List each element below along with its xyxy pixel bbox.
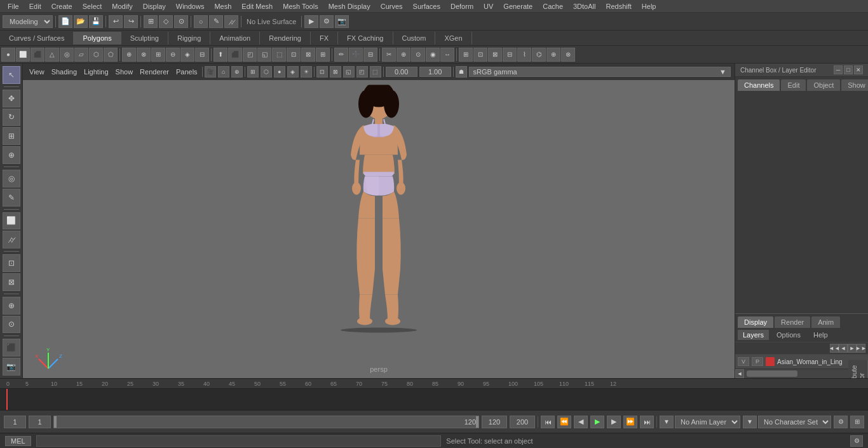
rect-select-tool-btn[interactable]: ⬜ — [3, 212, 20, 230]
tab-curves-surfaces[interactable]: Curves / Surfaces — [0, 32, 74, 44]
cb-tab-show[interactable]: Show — [841, 79, 868, 91]
menu-create[interactable]: Create — [46, 1, 78, 11]
cam-home-btn[interactable]: ⌂ — [218, 66, 229, 78]
camera-btn[interactable]: 📷 — [3, 358, 20, 376]
menu-file[interactable]: File — [3, 1, 24, 11]
menu-surfaces[interactable]: Surfaces — [408, 1, 445, 11]
frame-end2-input[interactable] — [510, 416, 535, 428]
wire-icon-btn[interactable]: ⌬ — [532, 48, 546, 62]
vp-menu-renderer[interactable]: Renderer — [137, 67, 172, 77]
menu-mesh-tools[interactable]: Mesh Tools — [278, 1, 323, 11]
tab-sculpting[interactable]: Sculpting — [121, 32, 168, 44]
scroll-thumb[interactable] — [747, 370, 797, 377]
layer-arrow-right2[interactable]: ►► — [857, 344, 865, 353]
menu-redshift[interactable]: Redshift — [600, 1, 636, 11]
mirror-icon-btn[interactable]: ⊟ — [195, 48, 209, 62]
render-tab[interactable]: Render — [775, 316, 810, 328]
display-tab[interactable]: Display — [738, 316, 773, 328]
quad-icon-btn[interactable]: ⊟ — [363, 48, 377, 62]
layer-arrow-left2[interactable]: ◄ — [839, 344, 848, 353]
anim-layer-chevron[interactable]: ▼ — [660, 416, 674, 428]
soft-mod-icon-btn[interactable]: ⊡ — [473, 48, 487, 62]
channel-box-close[interactable]: ✕ — [854, 65, 863, 74]
range-start-handle[interactable] — [54, 416, 57, 428]
tab-fx[interactable]: FX — [311, 32, 338, 44]
target-weld-icon-btn[interactable]: ⊙ — [411, 48, 425, 62]
menu-deform[interactable]: Deform — [445, 1, 478, 11]
timeline-range-bar[interactable] — [53, 416, 479, 428]
resolution-btn[interactable]: ⊡ — [316, 66, 328, 78]
go-end-btn[interactable]: ⏭ — [640, 416, 654, 428]
snap-curve-btn[interactable]: ◇ — [159, 15, 173, 28]
combine-icon-btn[interactable]: ⊕ — [122, 48, 136, 62]
frame-end1-input[interactable] — [482, 416, 507, 428]
plane-icon-btn[interactable]: ▱ — [74, 48, 88, 62]
rotate-tool-btn[interactable]: ↻ — [3, 109, 20, 126]
menu-mesh[interactable]: Mesh — [209, 1, 236, 11]
tab-xgen[interactable]: XGen — [435, 32, 471, 44]
command-input[interactable] — [36, 435, 442, 447]
go-start-btn[interactable]: ⏮ — [541, 416, 555, 428]
timeline-cursor[interactable] — [6, 389, 8, 410]
snap-point-btn[interactable]: ⊙ — [174, 15, 188, 28]
menu-mesh-display[interactable]: Mesh Display — [323, 1, 376, 11]
tab-polygons[interactable]: Polygons — [74, 32, 121, 44]
fill-hole-icon-btn[interactable]: ◰ — [243, 48, 257, 62]
vp-menu-shading[interactable]: Shading — [49, 67, 79, 77]
lattice-icon-btn[interactable]: ⊠ — [488, 48, 502, 62]
menu-edit-mesh[interactable]: Edit Mesh — [236, 1, 278, 11]
layers-subtab-options[interactable]: Options — [771, 330, 806, 340]
prev-key-btn[interactable]: ⏪ — [557, 416, 571, 428]
wrap-icon-btn[interactable]: ⊟ — [503, 48, 517, 62]
lasso-btn[interactable]: ⌭ — [224, 15, 238, 28]
motion-blur-btn[interactable]: ◱ — [343, 66, 355, 78]
smooth-icon-btn[interactable]: ◈ — [180, 48, 194, 62]
tab-animation[interactable]: Animation — [210, 32, 260, 44]
menu-3dtoall[interactable]: 3DtoAll — [568, 1, 600, 11]
smooth-shade-btn[interactable]: ● — [274, 66, 285, 78]
char-set-select[interactable]: No Character Set — [758, 416, 831, 428]
nonlinear-icon-btn[interactable]: ⌇ — [517, 48, 531, 62]
prev-frame-btn[interactable]: ◀ — [574, 416, 588, 428]
torus-icon-btn[interactable]: ◎ — [60, 48, 74, 62]
status-icon-gear[interactable]: ⚙ — [850, 435, 863, 447]
scale-tool-btn[interactable]: ⊞ — [3, 127, 20, 145]
vp-menu-view[interactable]: View — [27, 67, 47, 77]
channel-box-maximize[interactable]: □ — [844, 65, 853, 74]
pen-icon-btn[interactable]: ✏ — [334, 48, 348, 62]
undo-btn[interactable]: ↩ — [109, 15, 123, 28]
wireframe-btn[interactable]: ⬡ — [261, 66, 272, 78]
disk-icon-btn[interactable]: ⬡ — [89, 48, 103, 62]
layer-btn[interactable]: ⬛ — [3, 339, 20, 356]
menu-curves[interactable]: Curves — [376, 1, 408, 11]
multi-cut-icon-btn[interactable]: ✂ — [382, 48, 396, 62]
ipr-btn[interactable]: 📷 — [335, 15, 349, 28]
sphere-icon-btn[interactable]: ● — [1, 48, 15, 62]
light-btn[interactable]: ☀ — [301, 66, 312, 78]
isolate-btn[interactable]: ⊙ — [3, 316, 20, 334]
platonic-icon-btn[interactable]: ⬠ — [104, 48, 118, 62]
frame-current-input[interactable] — [29, 416, 51, 428]
camera-icon-btn[interactable]: 🎥 — [205, 66, 216, 78]
menu-display[interactable]: Display — [138, 1, 171, 11]
duplicate-icon-btn[interactable]: ⬚ — [272, 48, 286, 62]
vp-menu-panels[interactable]: Panels — [173, 67, 200, 77]
frame-start-input[interactable] — [4, 416, 26, 428]
layers-subtab-help[interactable]: Help — [808, 330, 833, 340]
connect-icon-btn[interactable]: ⊡ — [287, 48, 301, 62]
layer-v-btn[interactable]: V — [738, 357, 749, 366]
play-forward-btn[interactable]: ▶ — [590, 416, 604, 428]
menu-modify[interactable]: Modify — [107, 1, 137, 11]
mode-select[interactable]: Modeling — [3, 15, 53, 28]
anim-tab[interactable]: Anim — [811, 316, 840, 328]
keying-set-btn[interactable]: ⊞ — [850, 416, 864, 428]
char-set-chevron[interactable]: ▼ — [743, 416, 757, 428]
cb-tab-channels[interactable]: Channels — [738, 79, 780, 91]
menu-help[interactable]: Help — [637, 1, 661, 11]
viewport[interactable]: View Shading Lighting Show Renderer Pane… — [23, 64, 735, 378]
texture-btn[interactable]: ◈ — [287, 66, 299, 78]
tab-fx-caching[interactable]: FX Caching — [338, 32, 393, 44]
render-settings-btn[interactable]: ⚙ — [320, 15, 334, 28]
snap-grid-btn[interactable]: ⊞ — [144, 15, 158, 28]
open-btn[interactable]: 📂 — [74, 15, 88, 28]
